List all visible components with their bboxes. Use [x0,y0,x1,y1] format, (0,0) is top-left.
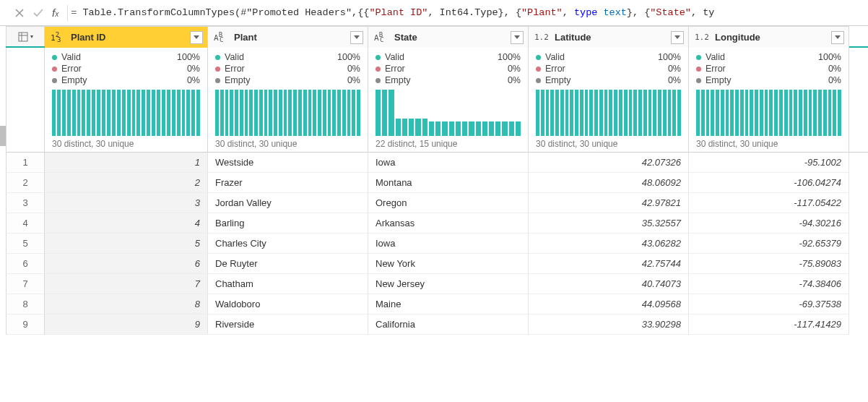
row-number[interactable]: 1 [6,153,45,173]
cell[interactable]: 42.97821 [529,193,689,213]
cell[interactable]: Waldoboro [208,294,368,315]
table-row[interactable]: 11WestsideIowa42.07326-95.1002 [6,153,868,173]
cell[interactable]: 48.06092 [529,173,689,193]
cell[interactable]: Oregon [368,193,529,213]
column-header-plant[interactable]: ABCPlant [208,26,368,48]
quality-valid: Valid100% [52,52,200,62]
row-number[interactable]: 9 [6,315,45,335]
error-dot-icon [376,67,381,72]
int-type-icon[interactable]: 123 [51,31,66,44]
column-filter-dropdown[interactable] [190,31,203,44]
table-row[interactable]: 22FrazerMontana48.06092-106.04274 [6,173,868,193]
table-row[interactable]: 88WaldoboroMaine44.09568-69.37538 [6,294,868,315]
cell[interactable]: 1 [45,153,208,173]
cell[interactable]: Barling [208,213,368,234]
cell[interactable]: 2 [45,173,208,193]
table-row[interactable]: 33Jordan ValleyOregon42.97821-117.05422 [6,193,868,213]
cell[interactable]: 4 [45,213,208,234]
cell[interactable]: 43.06282 [529,234,689,254]
cell[interactable]: -95.1002 [689,153,849,173]
cell[interactable]: -69.37538 [689,294,849,315]
formula-input[interactable]: = Table.TransformColumnTypes(#"Promoted … [71,7,864,18]
quality-valid: Valid100% [215,52,360,62]
cell[interactable]: Maine [368,294,529,315]
cell[interactable]: Riverside [208,315,368,335]
column-filter-dropdown[interactable] [671,31,684,44]
empty-dot-icon [376,78,381,83]
cell[interactable]: -92.65379 [689,234,849,254]
cell[interactable]: 42.07326 [529,153,689,173]
column-header-state[interactable]: ABCState [368,26,529,48]
cell[interactable]: 44.09568 [529,294,689,315]
quality-empty: Empty0% [376,75,521,85]
row-number[interactable]: 7 [6,274,45,294]
row-number[interactable]: 5 [6,234,45,254]
row-number[interactable]: 4 [6,213,45,234]
column-filter-dropdown[interactable] [831,31,844,44]
column-filter-dropdown[interactable] [511,31,524,44]
cell[interactable]: 42.75744 [529,254,689,274]
cell[interactable]: 6 [45,254,208,274]
row-number[interactable]: 8 [6,294,45,315]
cell[interactable]: -74.38406 [689,274,849,294]
abc-type-icon[interactable]: ABC [374,31,390,44]
cell[interactable]: 40.74073 [529,274,689,294]
cell[interactable]: -106.04274 [689,173,849,193]
cell[interactable]: Iowa [368,153,529,173]
dec-type-icon[interactable]: 1.2 [534,33,550,42]
cell[interactable]: Chatham [208,274,368,294]
cell[interactable]: Westside [208,153,368,173]
cell[interactable]: Charles City [208,234,368,254]
quality-empty: Empty0% [52,75,200,85]
cell[interactable]: 3 [45,193,208,213]
cell[interactable]: -117.05422 [689,193,849,213]
cell[interactable]: 8 [45,294,208,315]
valid-dot-icon [376,55,381,60]
quality-valid: Valid100% [536,52,681,62]
cell[interactable]: -75.89083 [689,254,849,274]
cell[interactable]: -94.30216 [689,213,849,234]
cell[interactable]: Frazer [208,173,368,193]
cell[interactable]: California [368,315,529,335]
abc-type-icon[interactable]: ABC [214,31,230,44]
cell[interactable]: Jordan Valley [208,193,368,213]
formula-commit-button[interactable] [29,4,48,22]
cell[interactable]: 7 [45,274,208,294]
dec-type-icon[interactable]: 1.2 [695,33,711,42]
formula-cancel-button[interactable] [10,4,29,22]
cell[interactable]: 35.32557 [529,213,689,234]
cell[interactable]: 33.90298 [529,315,689,335]
table-row[interactable]: 55Charles CityIowa43.06282-92.65379 [6,234,868,254]
table-row[interactable]: 77ChathamNew Jersey40.74073-74.38406 [6,274,868,294]
quality-error: Error0% [52,64,200,74]
cell[interactable]: -117.41429 [689,315,849,335]
valid-dot-icon [536,55,541,60]
select-all-corner[interactable]: ▾ [6,26,45,46]
cell[interactable]: Arkansas [368,213,529,234]
table-row[interactable]: 44BarlingArkansas35.32557-94.30216 [6,213,868,234]
table-icon [18,32,28,42]
cell[interactable]: Montana [368,173,529,193]
row-number[interactable]: 6 [6,254,45,274]
column-header-latitude[interactable]: 1.2Latitude [529,26,689,48]
column-header-plant-id[interactable]: 123Plant ID [45,26,208,48]
distinct-summary: 30 distinct, 30 unique [52,139,200,149]
quality-error: Error0% [215,64,360,74]
cell[interactable]: New Jersey [368,274,529,294]
column-header-longitude[interactable]: 1.2Longitude [689,26,849,48]
column-filter-dropdown[interactable] [350,31,363,44]
table-row[interactable]: 66De RuyterNew York42.75744-75.89083 [6,254,868,274]
cell[interactable]: De Ruyter [208,254,368,274]
data-grid: ▾ 123Plant IDABCPlantABCState1.2Latitude… [0,26,868,335]
cell[interactable]: 9 [45,315,208,335]
distinct-summary: 30 distinct, 30 unique [215,139,360,149]
cell[interactable]: 5 [45,234,208,254]
table-row[interactable]: 99RiversideCalifornia33.90298-117.41429 [6,315,868,335]
cell[interactable]: Iowa [368,234,529,254]
quality-empty: Empty0% [215,75,360,85]
quality-valid: Valid100% [376,52,521,62]
row-number[interactable]: 2 [6,173,45,193]
row-number[interactable]: 3 [6,193,45,213]
cell[interactable]: New York [368,254,529,274]
column-profile-latitude: Valid100%Error0%Empty0%30 distinct, 30 u… [529,48,689,152]
